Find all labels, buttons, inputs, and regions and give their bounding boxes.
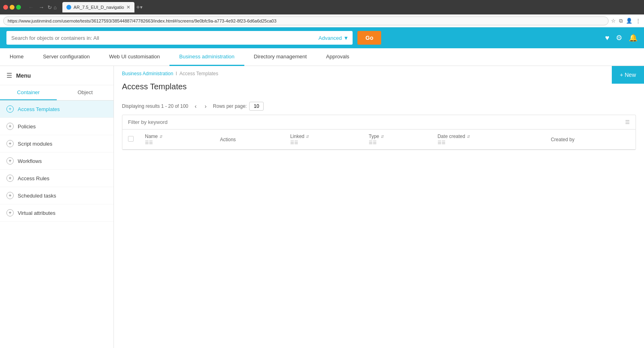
th-created-by-label: Created by <box>551 137 574 142</box>
app-layout: ☰ Menu Container Object + Access Templat… <box>0 66 644 348</box>
sort-date-icon[interactable]: ⇵ <box>467 134 470 139</box>
expand-icon: + <box>6 175 14 182</box>
active-tab[interactable]: AR_7.5_EUI_D_navigatio ✕ <box>62 2 134 12</box>
th-type: Type ⇵ ☰☰ <box>363 130 432 150</box>
profile-icon[interactable]: 👤 <box>626 18 632 24</box>
breadcrumb-current: Access Templates <box>180 71 219 76</box>
expand-icon: + <box>6 192 14 199</box>
heart-icon[interactable]: ♥ <box>605 34 609 42</box>
tab-container[interactable]: Container <box>0 85 57 100</box>
sort-name-icon[interactable]: ⇵ <box>159 134 163 139</box>
select-all-checkbox[interactable] <box>128 136 134 142</box>
prev-page-button[interactable]: ‹ <box>193 102 198 110</box>
tab-favicon <box>66 5 71 10</box>
menu-icon[interactable]: ⋮ <box>636 18 641 24</box>
main-content: Business Administration I Access Templat… <box>114 66 644 348</box>
sidebar-item-workflows[interactable]: + Workflows <box>0 152 114 170</box>
tab-close-icon[interactable]: ✕ <box>126 4 130 10</box>
advanced-label: Advanced <box>318 35 342 41</box>
sort-type-icon[interactable]: ⇵ <box>381 134 384 139</box>
th-linked: Linked ⇵ ☰☰ <box>285 130 363 150</box>
content-header: Business Administration I Access Templat… <box>114 66 644 98</box>
address-bar: ☆ ⧉ 👤 ⋮ <box>0 14 644 27</box>
next-page-button[interactable]: › <box>203 102 208 110</box>
sidebar-item-access-rules[interactable]: + Access Rules <box>0 170 114 187</box>
sidebar-header: ☰ Menu <box>0 66 114 85</box>
expand-icon: + <box>6 140 14 147</box>
go-button[interactable]: Go <box>357 31 381 45</box>
filter-date-icon[interactable]: ☰☰ <box>438 140 540 145</box>
sidebar-tabs: Container Object <box>0 85 114 101</box>
sidebar-item-label: Virtual attributes <box>18 210 56 216</box>
expand-icon: + <box>6 123 14 130</box>
nav-approvals[interactable]: Approvals <box>316 48 359 66</box>
hamburger-icon[interactable]: ☰ <box>6 72 12 79</box>
th-date-created: Date created ⇵ ☰☰ <box>432 130 545 150</box>
th-linked-label: Linked <box>290 134 304 139</box>
sidebar-item-script-modules[interactable]: + Script modules <box>0 135 114 152</box>
sidebar-title: Menu <box>16 72 31 79</box>
nav-directory-mgmt[interactable]: Directory management <box>244 48 317 66</box>
url-input[interactable] <box>3 16 609 25</box>
nav-web-ui[interactable]: Web UI customisation <box>99 48 169 66</box>
minimize-button[interactable] <box>10 5 14 10</box>
maximize-button[interactable] <box>16 5 21 10</box>
sidebar-item-label: Access Templates <box>18 106 60 112</box>
filter-row: ☰ <box>122 115 636 130</box>
home-button[interactable]: ⌂ <box>54 4 57 10</box>
filter-name-icon[interactable]: ☰☰ <box>145 140 208 145</box>
rows-per-page-label: Rows per page: <box>213 103 247 109</box>
expand-icon: + <box>6 105 14 113</box>
main-nav: Home Server configuration Web UI customi… <box>0 48 644 66</box>
tab-bar: AR_7.5_EUI_D_navigatio ✕ + ▾ <box>62 2 641 12</box>
address-bar-icons: ☆ ⧉ 👤 ⋮ <box>611 18 641 24</box>
sidebar-item-virtual-attributes[interactable]: + Virtual attributes <box>0 204 114 222</box>
refresh-button[interactable]: ↻ <box>47 4 52 10</box>
app-header: Advanced ▼ Go ♥ ⚙ 🔔 <box>0 27 644 48</box>
bell-icon[interactable]: 🔔 <box>629 33 638 42</box>
advanced-button[interactable]: Advanced ▼ <box>318 35 349 41</box>
search-container: Advanced ▼ <box>6 31 353 45</box>
back-button[interactable]: ← <box>27 3 35 11</box>
breadcrumb-separator: I <box>175 71 177 76</box>
sidebar-item-access-templates[interactable]: + Access Templates <box>0 101 114 118</box>
breadcrumb-parent[interactable]: Business Administration <box>122 71 173 76</box>
th-created-by: Created by <box>545 130 636 150</box>
filter-icon: ☰ <box>625 119 630 125</box>
new-button[interactable]: + New <box>612 66 644 84</box>
sidebar-item-scheduled-tasks[interactable]: + Scheduled tasks <box>0 187 114 204</box>
sort-linked-icon[interactable]: ⇵ <box>306 134 309 139</box>
tab-menu-button[interactable]: ▾ <box>140 4 142 10</box>
filter-linked-icon[interactable]: ☰☰ <box>290 140 357 145</box>
data-table: Name ⇵ ☰☰ Actions <box>122 130 636 150</box>
nav-business-admin[interactable]: Business administration <box>169 48 244 66</box>
close-button[interactable] <box>3 5 8 10</box>
sidebar-item-label: Script modules <box>18 141 52 147</box>
th-name-label: Name <box>145 134 158 139</box>
new-tab-button[interactable]: + <box>136 4 140 11</box>
settings-icon[interactable]: ⚙ <box>616 33 622 42</box>
bookmark-icon[interactable]: ☆ <box>611 18 616 24</box>
nav-server-config[interactable]: Server configuration <box>33 48 99 66</box>
table-header-row: Name ⇵ ☰☰ Actions <box>122 130 636 150</box>
expand-icon: + <box>6 157 14 165</box>
breadcrumb: Business Administration I Access Templat… <box>114 66 596 80</box>
sidebar-item-policies[interactable]: + Policies <box>0 118 114 135</box>
rows-per-page-control: Rows per page: <box>213 102 264 111</box>
browser-chrome: ← → ↻ ⌂ AR_7.5_EUI_D_navigatio ✕ + ▾ <box>0 0 644 14</box>
rows-per-page-input[interactable] <box>249 102 264 111</box>
search-input[interactable] <box>6 31 353 45</box>
extensions-icon[interactable]: ⧉ <box>619 18 623 24</box>
filter-type-icon[interactable]: ☰☰ <box>369 140 426 145</box>
nav-home[interactable]: Home <box>0 48 33 66</box>
browser-navigation: ← → ↻ ⌂ <box>27 3 57 11</box>
sidebar-item-label: Scheduled tasks <box>18 193 56 199</box>
sidebar: ☰ Menu Container Object + Access Templat… <box>0 66 114 348</box>
th-date-created-label: Date created <box>438 134 465 139</box>
sidebar-item-label: Access Rules <box>18 175 50 181</box>
th-actions-label: Actions <box>220 137 235 142</box>
filter-input[interactable] <box>128 119 249 125</box>
window-controls <box>3 5 21 10</box>
tab-object[interactable]: Object <box>57 85 114 100</box>
forward-button[interactable]: → <box>37 3 46 11</box>
